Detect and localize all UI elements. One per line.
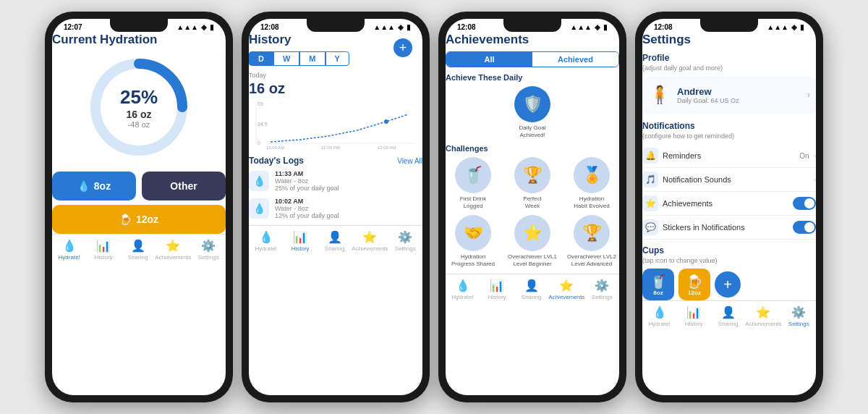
achievements-content: Achievements All Achieved Achieve These … xyxy=(446,33,619,274)
log-time-2: 10:02 AM xyxy=(275,198,339,205)
cup-12oz-label: 12oz xyxy=(688,290,701,296)
tab-settings-4[interactable]: ⚙️ Settings xyxy=(782,304,816,329)
daily-badge-name-1: Daily GoalAchieved! xyxy=(519,124,546,138)
profile-name: Andrew xyxy=(677,86,739,97)
wifi-icon-1: ◈ xyxy=(201,23,207,31)
tab-settings-3[interactable]: ⚙️ Settings xyxy=(585,277,619,302)
phone-4: 12:08 ▲▲▲ ◈ ▮ Settings Profile (adjust d… xyxy=(635,12,823,402)
period-year[interactable]: Y xyxy=(326,51,349,66)
daily-badge-1: 🛡️ Daily GoalAchieved! xyxy=(446,86,619,138)
achievements-notif-label: Achievements xyxy=(663,199,788,208)
tab-achievements-1[interactable]: ⭐ Achievements xyxy=(155,237,191,262)
settings-title: Settings xyxy=(642,33,816,47)
daily-badges-grid: 🛡️ Daily GoalAchieved! xyxy=(446,86,619,138)
tab-sharing-1[interactable]: 👤 Sharing xyxy=(121,237,155,262)
cup-12oz-icon: 🍺 xyxy=(686,274,702,290)
notification-sounds-row[interactable]: 🎵 Notification Sounds › xyxy=(642,168,816,192)
tab-bar-2: 💧 Hydrate! 📊 History 👤 Sharing ⭐ Achieve… xyxy=(249,225,422,258)
chart-value: 16 oz xyxy=(249,80,422,97)
beer-12oz-button[interactable]: 🍺 12oz xyxy=(52,205,226,234)
tab-achievements-3[interactable]: ⭐ Achievements xyxy=(548,277,584,302)
stickers-icon: 💬 xyxy=(642,219,658,235)
tab-hydrate-2[interactable]: 💧 Hydrate! xyxy=(249,229,283,253)
period-week[interactable]: W xyxy=(273,51,299,66)
sharing-icon-1: 👤 xyxy=(131,239,145,253)
profile-row[interactable]: 🧍 Andrew Daily Goal: 64 US Oz › xyxy=(642,76,816,114)
challenge-name-5: Overachiever LVL1Level Beginner xyxy=(508,253,557,267)
tab-history-3[interactable]: 📊 History xyxy=(480,277,514,302)
status-time-1: 12:07 xyxy=(64,23,82,31)
log-item-1: 💧 11:33 AM Water - 8oz 25% of your daily… xyxy=(249,170,422,192)
tab-hydrate-1[interactable]: 💧 Hydrate! xyxy=(52,237,86,262)
period-day[interactable]: D xyxy=(249,51,273,66)
log-item-2: 💧 10:02 AM Water - 8oz 12% of your daily… xyxy=(249,198,422,219)
achievements-toggle[interactable] xyxy=(793,197,816,210)
hydrate-label-1: Hydrate! xyxy=(59,254,80,261)
beer-icon: 🍺 xyxy=(119,214,132,225)
log-drink-2: Water - 8oz xyxy=(275,205,339,212)
challenge-name-4: HydrationProgress Shared xyxy=(451,253,495,267)
achievements-notif-icon: ⭐ xyxy=(642,195,658,211)
cup-12oz[interactable]: 🍺 12oz xyxy=(678,269,710,300)
challenge-badge-2: 🏆 PerfectWeek xyxy=(505,157,560,209)
add-button[interactable]: + xyxy=(393,38,412,57)
challenge-icon-2: 🏆 xyxy=(514,157,550,193)
tab-sharing-4[interactable]: 👤 Sharing xyxy=(711,304,745,329)
hydrate-icon-1: 💧 xyxy=(62,239,77,253)
achievements-toggle-row[interactable]: ⭐ Achievements xyxy=(642,192,816,216)
stickers-toggle-row[interactable]: 💬 Stickers in Notifications xyxy=(642,216,816,240)
svg-text:12:00 AM: 12:00 AM xyxy=(266,145,284,150)
water-8oz-button[interactable]: 💧 8oz xyxy=(52,172,136,200)
screen-settings: 12:08 ▲▲▲ ◈ ▮ Settings Profile (adjust d… xyxy=(642,19,816,395)
settings-content: Settings Profile (adjust daily goal and … xyxy=(642,33,816,300)
other-button[interactable]: Other xyxy=(142,172,226,200)
tab-hydrate-3[interactable]: 💧 Hydrate! xyxy=(446,277,480,302)
tab-sharing-3[interactable]: 👤 Sharing xyxy=(514,277,548,302)
wifi-icon-2: ◈ xyxy=(398,23,404,31)
ring-center: 25% 16 oz -48 oz xyxy=(120,86,158,129)
cup-8oz[interactable]: 🥤 8oz xyxy=(642,269,674,300)
log-time-1: 11:33 AM xyxy=(275,170,339,177)
profile-section-title: Profile xyxy=(642,53,816,63)
ach-tab-achieved[interactable]: Achieved xyxy=(532,52,618,67)
reminders-value: On xyxy=(799,152,809,160)
tab-history-1[interactable]: 📊 History xyxy=(86,237,120,262)
notifications-section-title: Notifications xyxy=(642,121,816,131)
reminders-label: Reminders xyxy=(663,151,795,160)
status-bar-2: 12:08 ▲▲▲ ◈ ▮ xyxy=(249,19,422,33)
ach-tab-all[interactable]: All xyxy=(446,52,532,67)
tab-achievements-2[interactable]: ⭐ Achievements xyxy=(352,229,388,253)
logs-title: Today's Logs xyxy=(249,156,304,166)
tab-achievements-4[interactable]: ⭐ Achievements xyxy=(745,304,781,329)
stickers-label: Stickers in Notifications xyxy=(663,223,788,232)
svg-point-7 xyxy=(384,119,388,124)
screen-hydration: 12:07 ▲▲▲ ◈ ▮ Current Hydration 25% 16 xyxy=(52,19,226,395)
profile-avatar: 🧍 xyxy=(648,80,671,109)
stickers-toggle[interactable] xyxy=(793,221,816,234)
cups-subtitle: (tap icon to change value) xyxy=(642,257,816,264)
tab-bar-3: 💧 Hydrate! 📊 History 👤 Sharing ⭐ Achieve… xyxy=(446,274,619,306)
view-all-link[interactable]: View All xyxy=(397,157,422,165)
signal-icon-2: ▲▲▲ xyxy=(373,23,395,31)
challenge-name-6: Overachiever LVL2Level Advanced xyxy=(567,253,616,267)
signal-icon-4: ▲▲▲ xyxy=(767,23,788,31)
tab-history-2[interactable]: 📊 History xyxy=(283,229,317,253)
svg-text:12:00 AM: 12:00 AM xyxy=(378,145,396,150)
history-icon-1: 📊 xyxy=(96,239,111,253)
challenge-icon-3: 🏅 xyxy=(574,157,610,193)
add-cup-button[interactable]: + xyxy=(715,271,741,297)
tab-hydrate-4[interactable]: 💧 Hydrate! xyxy=(642,304,676,329)
achievements-label-1: Achievements xyxy=(155,254,191,261)
screen-history: 12:08 ▲▲▲ ◈ ▮ History + D W M Y Today xyxy=(249,19,422,395)
challenge-badge-6: 🏆 Overachiever LVL2Level Advanced xyxy=(564,215,619,267)
tab-settings-1[interactable]: ⚙️ Settings xyxy=(192,237,226,262)
period-month[interactable]: M xyxy=(299,51,325,66)
tab-sharing-2[interactable]: 👤 Sharing xyxy=(318,229,352,253)
phone-3: 12:08 ▲▲▲ ◈ ▮ Achievements All Achieved … xyxy=(438,12,626,402)
tab-history-4[interactable]: 📊 History xyxy=(676,304,710,329)
reminders-row[interactable]: 🔔 Reminders On › xyxy=(642,144,816,168)
tab-settings-2[interactable]: ⚙️ Settings xyxy=(388,229,422,253)
profile-chevron-icon: › xyxy=(807,90,810,100)
battery-icon-1: ▮ xyxy=(210,23,214,31)
challenge-badges-grid-1: 🥤 First DrinkLogged 🏆 PerfectWeek 🏅 Hydr… xyxy=(446,157,619,209)
